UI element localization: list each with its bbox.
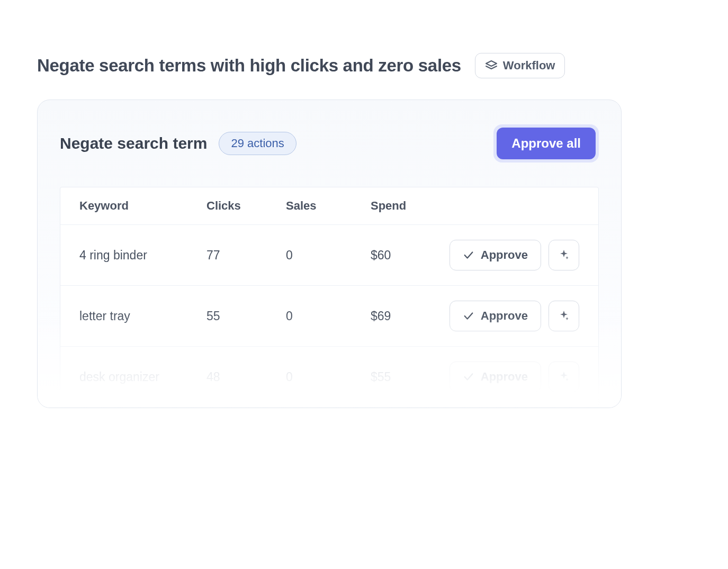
card-title: Negate search term [60, 134, 207, 152]
workflow-button[interactable]: Workflow [475, 53, 565, 78]
svg-marker-0 [486, 61, 497, 66]
page-header: Negate search terms with high clicks and… [37, 53, 691, 78]
approve-button[interactable]: Approve [450, 301, 541, 331]
approve-label: Approve [481, 370, 528, 384]
check-icon [463, 371, 474, 383]
approve-all-button[interactable]: Approve all [497, 128, 596, 159]
sparkle-button[interactable] [549, 240, 579, 270]
keyword-cell: 4 ring binder [79, 248, 206, 263]
clicks-cell: 77 [206, 248, 286, 263]
sparkle-icon [558, 310, 570, 322]
col-spend: Spend [371, 199, 445, 213]
approve-label: Approve [481, 248, 528, 262]
sales-cell: 0 [286, 248, 371, 263]
actions-badge: 29 actions [219, 132, 296, 155]
negate-card: Negate search term 29 actions Approve al… [37, 100, 622, 408]
clicks-cell: 48 [206, 370, 286, 384]
sparkle-icon [558, 371, 570, 383]
table-row: 4 ring binder 77 0 $60 Approve [60, 224, 598, 285]
table-row: desk organizer 48 0 $55 Approve [60, 346, 598, 407]
layers-icon [485, 59, 498, 72]
col-clicks: Clicks [206, 199, 286, 213]
card-header: Negate search term 29 actions Approve al… [38, 100, 621, 178]
page-title: Negate search terms with high clicks and… [37, 56, 461, 76]
approve-label: Approve [481, 309, 528, 323]
spend-cell: $60 [371, 248, 445, 263]
clicks-cell: 55 [206, 309, 286, 323]
approve-button[interactable]: Approve [450, 362, 541, 392]
table-header: Keyword Clicks Sales Spend [60, 187, 598, 224]
spend-cell: $69 [371, 309, 445, 323]
sparkle-button[interactable] [549, 301, 579, 331]
col-keyword: Keyword [79, 199, 206, 213]
workflow-label: Workflow [503, 59, 555, 73]
sales-cell: 0 [286, 309, 371, 323]
check-icon [463, 249, 474, 261]
table-row: letter tray 55 0 $69 Approve [60, 285, 598, 346]
keyword-cell: letter tray [79, 309, 206, 323]
sparkle-button[interactable] [549, 362, 579, 392]
sparkle-icon [558, 249, 570, 261]
approve-button[interactable]: Approve [450, 240, 541, 270]
col-sales: Sales [286, 199, 371, 213]
keyword-cell: desk organizer [79, 370, 206, 384]
check-icon [463, 310, 474, 322]
search-term-table: Keyword Clicks Sales Spend 4 ring binder… [60, 187, 599, 408]
sales-cell: 0 [286, 370, 371, 384]
spend-cell: $55 [371, 370, 445, 384]
